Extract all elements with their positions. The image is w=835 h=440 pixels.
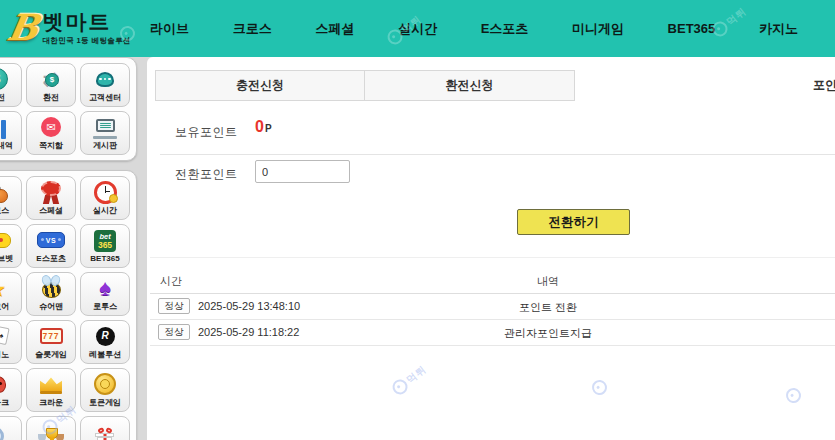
sidebar-item-label: 충전 [0, 92, 5, 103]
exchange-icon: ⇄$ [37, 67, 65, 91]
row-detail: 포인트 전환 [519, 300, 577, 315]
row-time: 2025-05-29 11:18:22 [198, 326, 299, 338]
main-content: 충전신청환전신청포인트전환 보유포인트 0P 전환포인트 전환하기 시간 내역 … [147, 57, 835, 440]
sidebar-item-score[interactable]: ★스코어 [0, 272, 22, 316]
board-icon [91, 115, 119, 139]
bet365-icon: bet365 [91, 229, 119, 253]
ranking-icon [37, 426, 65, 440]
sidebar-item-sureman[interactable]: 슈어맨 [26, 272, 76, 316]
sidebar-item-crown[interactable]: 크라운 [26, 368, 76, 412]
brand-title: 벳마트 [42, 11, 131, 33]
sidebar-item-slotgame[interactable]: 777슬롯게임 [26, 320, 76, 364]
sidebar-item-exchange[interactable]: ⇄$환전 [26, 63, 76, 107]
nav-item-esports[interactable]: E스포츠 [481, 20, 529, 38]
sidebar-item-lotus[interactable]: ♠로투스 [80, 272, 130, 316]
realtime-icon [91, 180, 119, 204]
sidebar-item-label: 실시간 [93, 205, 117, 216]
support-icon [91, 67, 119, 91]
sidebar-item-spark[interactable]: 스파크 [0, 368, 22, 412]
nav-menu: 라이브크로스스페셜실시간E스포츠미니게임BET365카지노 [150, 0, 798, 57]
nav-item-live[interactable]: 라이브 [150, 20, 189, 38]
history-rows: 정상2025-05-29 13:48:10포인트 전환정상2025-05-29 … [147, 294, 835, 346]
sidebar-item-label: 크라운 [39, 397, 63, 408]
sidebar-item-cross[interactable]: 크로스 [0, 176, 22, 220]
score-icon: ★ [0, 276, 11, 300]
nav-item-bet365[interactable]: BET365 [668, 21, 716, 36]
brand-tagline: 대한민국 1등 베팅솔루션 [42, 36, 131, 46]
sidebar-item-label: 스코어 [0, 301, 9, 312]
sidebar-item-bet365[interactable]: bet365BET365 [80, 224, 130, 268]
nav-item-minigame[interactable]: 미니게임 [572, 20, 624, 38]
casino-icon: ♦♠ [0, 324, 11, 348]
charge-icon: $ [0, 67, 11, 91]
spark-icon [0, 372, 11, 396]
logo-text: 벳마트 대한민국 1등 베팅솔루션 [42, 11, 131, 46]
history-row: 정상2025-05-29 13:48:10포인트 전환 [150, 294, 835, 320]
nav-item-realtime[interactable]: 실시간 [398, 20, 437, 38]
cross-icon [0, 180, 11, 204]
sidebar-item-label: 베팅내역 [0, 140, 13, 151]
sidebar-item-esports[interactable]: VSE스포츠 [26, 224, 76, 268]
sidebar-item-bet-history[interactable]: 베팅내역 [0, 111, 22, 155]
logo[interactable]: B 벳마트 대한민국 1등 베팅솔루션 [8, 6, 131, 48]
tab-bar: 충전신청환전신청포인트전환 [155, 70, 835, 101]
tab-charge-request[interactable]: 충전신청 [155, 70, 365, 101]
sidebar-item-label: 쪽지함 [39, 140, 63, 151]
livebet-icon: E [0, 228, 11, 252]
tokengame-icon [91, 372, 119, 396]
sidebar-item-label: 슈어맨 [39, 301, 63, 312]
sidebar-item-label: 토큰게임 [89, 397, 121, 408]
status-badge[interactable]: 정상 [158, 324, 190, 340]
table-header-time: 시간 [160, 274, 182, 289]
tab-point-convert[interactable]: 포인트전환 [575, 70, 835, 101]
convert-submit-button[interactable]: 전환하기 [517, 209, 630, 235]
sidebar-item-label: 슬롯게임 [35, 349, 67, 360]
sidebar-item-gift[interactable] [80, 416, 130, 440]
page: { "nav": { "brand": "벳마트", "brand_initia… [0, 0, 835, 440]
sidebar-item-charge[interactable]: $충전 [0, 63, 22, 107]
balance-label: 보유포인트 [175, 124, 238, 141]
special-icon [37, 180, 65, 204]
sidebar-item-label: 카지노 [0, 349, 9, 360]
sidebar-item-label: 스페셜 [39, 205, 63, 216]
balance-value: 0P [255, 118, 272, 136]
sidebar-item-livebet[interactable]: E라이브벳 [0, 224, 22, 268]
sidebar-games-panel: 크로스스페셜실시간E라이브벳VSE스포츠bet365BET365★스코어슈어맨♠… [0, 170, 137, 440]
convert-points-input[interactable] [255, 160, 350, 183]
sidebar-item-label: 환전 [43, 92, 59, 103]
sidebar-item-label: E스포츠 [36, 253, 65, 264]
slotgame-icon: 777 [37, 324, 65, 348]
table-header: 시간 내역 [147, 269, 835, 293]
sidebar-item-ranking[interactable] [26, 416, 76, 440]
sidebar-item-messages[interactable]: ✉쪽지함 [26, 111, 76, 155]
table-header-detail: 내역 [537, 274, 559, 289]
sureman-icon [37, 276, 65, 300]
row-detail: 관리자포인트지급 [504, 326, 592, 341]
sidebar-item-support[interactable]: 고객센터 [80, 63, 130, 107]
lotus-icon: ♠ [91, 276, 119, 300]
sidebar-item-label: 게시판 [93, 140, 117, 151]
sidebar-item-label: 고객센터 [89, 92, 121, 103]
sidebar-item-label: 크로스 [0, 205, 9, 216]
search-icon [0, 426, 11, 440]
nav-item-cross[interactable]: 크로스 [233, 20, 272, 38]
sidebar-item-board[interactable]: 게시판 [80, 111, 130, 155]
sidebar-item-realtime[interactable]: 실시간 [80, 176, 130, 220]
sidebar-item-special[interactable]: 스페셜 [26, 176, 76, 220]
nav-item-special[interactable]: 스페셜 [315, 20, 354, 38]
sidebar-account-panel: $충전⇄$환전고객센터베팅내역✉쪽지함게시판 [0, 57, 137, 161]
balance-unit: P [265, 123, 272, 134]
status-badge[interactable]: 정상 [158, 298, 190, 314]
logo-lightning-b-icon: B [4, 6, 42, 48]
sidebar-item-tokengame[interactable]: 토큰게임 [80, 368, 130, 412]
form-divider [160, 154, 835, 155]
sidebar-item-casino[interactable]: ♦♠카지노 [0, 320, 22, 364]
esports-icon: VS [37, 228, 65, 252]
nav-item-casino[interactable]: 카지노 [759, 20, 798, 38]
row-time: 2025-05-29 13:48:10 [198, 300, 300, 312]
crown-icon [37, 372, 65, 396]
tab-exchange-request[interactable]: 환전신청 [365, 70, 575, 101]
convert-points-label: 전환포인트 [175, 166, 238, 183]
sidebar-item-search[interactable] [0, 416, 22, 440]
sidebar-item-revolution[interactable]: R레볼루션 [80, 320, 130, 364]
